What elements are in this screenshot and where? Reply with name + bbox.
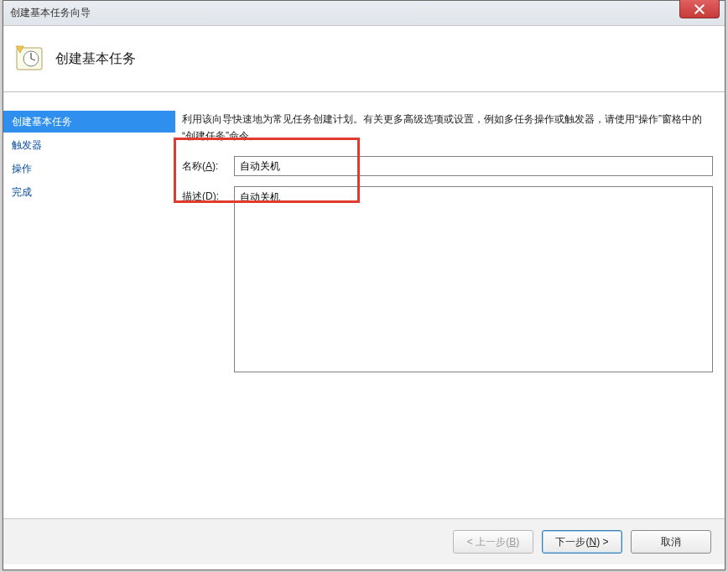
back-key: B bbox=[509, 536, 516, 548]
sidebar-item-action[interactable]: 操作 bbox=[3, 158, 175, 179]
back-button: < 上一步(B) bbox=[453, 530, 533, 554]
desc-label-key: D bbox=[205, 190, 213, 202]
clock-icon bbox=[15, 44, 44, 73]
next-button[interactable]: 下一步(N) > bbox=[542, 530, 622, 554]
sidebar-item-trigger[interactable]: 触发器 bbox=[3, 134, 175, 156]
description-row: 描述(D): bbox=[182, 186, 713, 372]
description-label: 描述(D): bbox=[182, 186, 234, 204]
name-input[interactable] bbox=[234, 156, 713, 176]
desc-label-post: ): bbox=[213, 190, 219, 202]
name-label-key: A bbox=[205, 160, 212, 172]
sidebar: 创建基本任务 触发器 操作 完成 bbox=[3, 92, 175, 518]
name-row: 名称(A): bbox=[182, 156, 713, 176]
next-pre: 下一步( bbox=[555, 536, 589, 548]
sidebar-item-finish[interactable]: 完成 bbox=[3, 181, 175, 203]
next-post: ) > bbox=[596, 536, 608, 548]
titlebar: 创建基本任务向导 bbox=[3, 1, 725, 26]
back-post: ) bbox=[516, 536, 519, 548]
name-label-pre: 名称( bbox=[182, 160, 205, 172]
sidebar-item-create-basic-task[interactable]: 创建基本任务 bbox=[3, 111, 175, 133]
name-label-post: ): bbox=[212, 160, 218, 172]
back-pre: < 上一步( bbox=[467, 536, 509, 548]
wizard-header: 创建基本任务 bbox=[3, 26, 725, 91]
window-title: 创建基本任务向导 bbox=[10, 6, 91, 20]
wizard-content: 利用该向导快速地为常见任务创建计划。有关更多高级选项或设置，例如多任务操作或触发… bbox=[175, 92, 725, 518]
button-bar: < 上一步(B) 下一步(N) > 取消 bbox=[3, 518, 725, 564]
close-button[interactable] bbox=[679, 0, 720, 18]
name-label: 名称(A): bbox=[182, 156, 234, 174]
next-key: N bbox=[589, 536, 596, 548]
intro-text: 利用该向导快速地为常见任务创建计划。有关更多高级选项或设置，例如多任务操作或触发… bbox=[182, 111, 713, 144]
wizard-title: 创建基本任务 bbox=[55, 50, 136, 68]
desc-label-pre: 描述( bbox=[182, 190, 205, 202]
wizard-window: 创建基本任务向导 创建基本任务 创建基本任务 触发器 操作 bbox=[3, 0, 725, 570]
wizard-body: 创建基本任务 触发器 操作 完成 利用该向导快速地为常见任务创建计划。有关更多高… bbox=[3, 92, 725, 518]
close-icon bbox=[694, 4, 705, 14]
cancel-button[interactable]: 取消 bbox=[631, 530, 711, 554]
description-input[interactable] bbox=[234, 186, 713, 372]
